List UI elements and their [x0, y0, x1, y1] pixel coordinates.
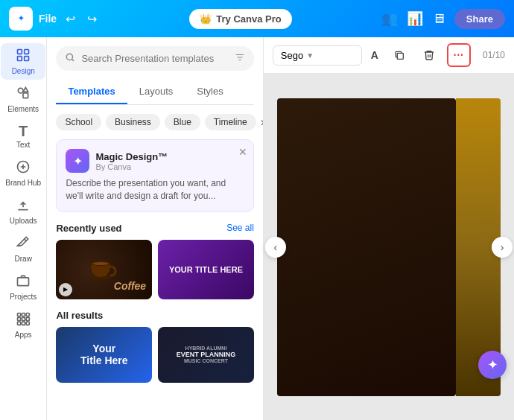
result-blue-label: Your Title Here: [77, 340, 131, 369]
more-options-button[interactable]: ⋯: [447, 43, 471, 67]
svg-rect-5: [25, 57, 29, 61]
apps-icon: [16, 311, 31, 328]
more-dots-icon: ⋯: [453, 49, 464, 61]
svg-rect-2: [18, 50, 22, 54]
uploads-icon: [16, 197, 31, 214]
text-icon: T: [19, 124, 28, 139]
filter-icon[interactable]: [235, 52, 245, 65]
sidebar-item-brand-hub[interactable]: Brand Hub: [1, 155, 45, 191]
svg-rect-15: [22, 317, 25, 320]
text-label: Text: [16, 141, 30, 149]
tab-row: Templates Layouts Styles: [56, 80, 253, 105]
search-input[interactable]: [81, 53, 228, 64]
redo-button[interactable]: ↪: [84, 9, 100, 29]
all-results-grid: Your Title Here HYBRID ALUMNI EVENT PLAN…: [56, 327, 253, 383]
canvas-area: Sego ▼ A ⋯ 01/10: [264, 37, 514, 420]
all-results-header: All results: [56, 310, 253, 321]
svg-marker-8: [23, 88, 28, 92]
svg-rect-19: [26, 322, 29, 325]
slide-counter: 01/10: [483, 50, 505, 60]
tab-styles[interactable]: Styles: [185, 80, 235, 104]
canvas-content[interactable]: ‹ › ✦: [264, 74, 514, 420]
template-purple[interactable]: YOUR TITLE HERE: [158, 240, 254, 299]
elements-icon: [16, 86, 31, 103]
try-canva-button[interactable]: 👑 Try Canva Pro: [189, 9, 291, 29]
elements-label: Elements: [7, 105, 39, 113]
sidebar-item-text[interactable]: T Text: [1, 119, 45, 153]
search-bar: [56, 46, 253, 71]
file-menu[interactable]: File: [39, 13, 57, 25]
sidebar-item-design[interactable]: Design: [1, 43, 45, 80]
slide-nav-left[interactable]: ‹: [265, 237, 286, 258]
chip-business[interactable]: Business: [106, 114, 160, 130]
copy-format-button[interactable]: [387, 43, 411, 67]
tab-layouts[interactable]: Layouts: [127, 80, 185, 104]
brand-hub-label: Brand Hub: [5, 179, 41, 187]
slide-nav-right[interactable]: ›: [492, 237, 513, 258]
svg-rect-12: [22, 314, 25, 316]
people-icon[interactable]: 👥: [381, 10, 398, 27]
magic-fab-button[interactable]: ✦: [478, 351, 507, 379]
magic-design-subtitle: By Canva: [95, 162, 168, 171]
font-selector[interactable]: Sego ▼: [273, 45, 362, 66]
search-icon: [65, 52, 75, 65]
magic-card-header: ✦ Magic Design™ By Canva: [66, 149, 244, 173]
projects-icon: [16, 273, 31, 290]
svg-rect-3: [25, 50, 29, 54]
all-results-title: All results: [56, 310, 103, 321]
recently-used-header: Recently used See all: [56, 223, 253, 234]
topbar-center: 👑 Try Canva Pro: [106, 9, 375, 29]
result-event[interactable]: HYBRID ALUMNI EVENT PLANNING MUSIC CONCE…: [158, 327, 254, 383]
svg-rect-14: [18, 317, 21, 320]
filter-chips: School Business Blue Timeline ›: [56, 114, 253, 130]
slide-preview: [277, 98, 456, 396]
canvas-toolbar: Sego ▼ A ⋯ 01/10: [264, 37, 514, 74]
magic-design-title: Magic Design™: [95, 151, 168, 162]
result-blue-title[interactable]: Your Title Here: [56, 327, 152, 383]
tab-templates[interactable]: Templates: [56, 80, 127, 104]
magic-design-card: ✕ ✦ Magic Design™ By Canva Describe the …: [56, 139, 253, 212]
delete-button[interactable]: [417, 43, 441, 67]
templates-panel: Templates Layouts Styles School Business…: [47, 37, 263, 420]
chart-icon[interactable]: 📊: [407, 10, 423, 27]
see-all-button[interactable]: See all: [226, 223, 254, 233]
magic-design-description: Describe the presentation you want, and …: [66, 177, 244, 203]
chip-timeline[interactable]: Timeline: [205, 114, 256, 130]
sidebar-item-apps[interactable]: Apps: [1, 307, 45, 343]
svg-rect-16: [26, 317, 29, 320]
svg-point-20: [67, 54, 73, 60]
sidebar-item-draw[interactable]: Draw: [1, 231, 45, 267]
result-event-label: HYBRID ALUMNI EVENT PLANNING MUSIC CONCE…: [174, 343, 239, 366]
topbar-actions: 👥 📊 🖥 Share: [381, 9, 505, 29]
purple-thumb-text: YOUR TITLE HERE: [166, 262, 246, 277]
chip-school[interactable]: School: [56, 114, 101, 130]
svg-rect-10: [18, 278, 29, 286]
magic-card-close-button[interactable]: ✕: [238, 146, 247, 158]
coffee-thumb-label: Coffee: [114, 280, 146, 292]
svg-rect-18: [22, 322, 25, 325]
svg-rect-11: [18, 314, 21, 316]
present-icon[interactable]: 🖥: [432, 11, 445, 27]
crown-icon: 👑: [200, 13, 212, 25]
magic-card-titles: Magic Design™ By Canva: [95, 151, 168, 171]
design-icon: [16, 48, 31, 65]
sidebar-item-projects[interactable]: Projects: [1, 269, 45, 305]
left-nav: Design Elements T Text Bran: [0, 37, 47, 420]
topbar: ✦ File ↩ ↪ 👑 Try Canva Pro 👥 📊 🖥 Share: [0, 0, 514, 37]
svg-rect-7: [23, 93, 28, 98]
svg-rect-24: [397, 53, 403, 59]
projects-label: Projects: [10, 293, 37, 301]
svg-point-23: [92, 262, 109, 265]
sidebar-item-uploads[interactable]: Uploads: [1, 193, 45, 229]
coffee-play-button[interactable]: ▶: [59, 283, 72, 296]
undo-button[interactable]: ↩: [63, 9, 78, 29]
recently-used-grid: Coffee ▶ YOUR TITLE HERE: [56, 240, 253, 299]
template-coffee[interactable]: Coffee ▶: [56, 240, 152, 299]
chip-blue[interactable]: Blue: [165, 114, 200, 130]
draw-icon: [16, 235, 31, 252]
magic-design-icon: ✦: [66, 149, 89, 173]
svg-text:✦: ✦: [18, 14, 25, 22]
share-button[interactable]: Share: [454, 9, 505, 29]
sidebar-item-elements[interactable]: Elements: [1, 81, 45, 118]
svg-rect-13: [26, 314, 29, 316]
